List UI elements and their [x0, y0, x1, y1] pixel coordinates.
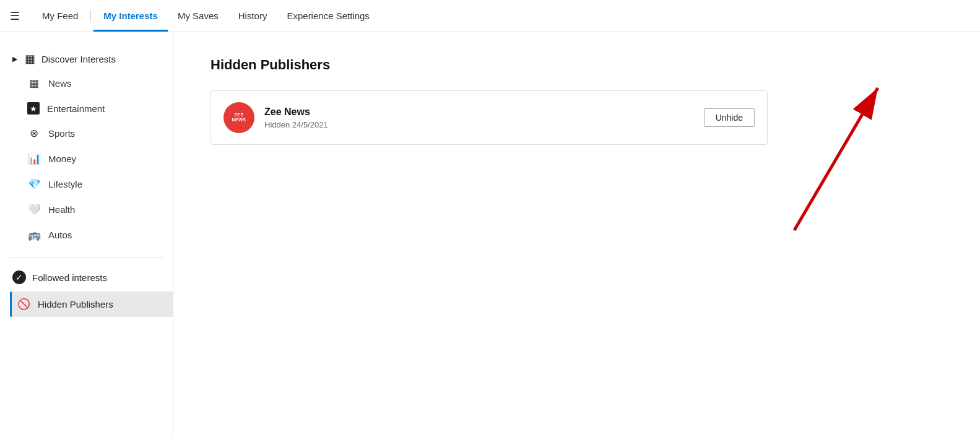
sidebar-item-money-label: Money — [48, 154, 76, 164]
main-layout: ▶ ▦ Discover Interests ▦ News ★ Entertai… — [0, 32, 980, 437]
money-icon: 📊 — [27, 152, 41, 165]
health-icon: 🤍 — [27, 203, 41, 216]
sidebar-item-autos[interactable]: 🚌 Autos — [10, 222, 173, 248]
discover-interests-label: Discover Interests — [41, 54, 116, 64]
main-content: Hidden Publishers ZEENEWS Zee News Hidde… — [173, 32, 980, 437]
nav-items: My Feed My Interests My Saves History Ex… — [32, 0, 379, 32]
sidebar-item-entertainment-label: Entertainment — [47, 103, 105, 114]
zee-news-logo-text: ZEENEWS — [232, 113, 246, 123]
sidebar-item-news[interactable]: ▦ News — [10, 71, 173, 96]
discover-icon: ▦ — [25, 52, 35, 66]
sidebar-item-sports[interactable]: ⊗ Sports — [10, 121, 173, 146]
hidden-publishers-item[interactable]: 🚫 Hidden Publishers — [10, 292, 173, 317]
followed-interests-header[interactable]: ✓ Followed interests — [10, 266, 173, 289]
followed-interests-label: Followed interests — [32, 272, 107, 283]
sidebar-item-money[interactable]: 📊 Money — [10, 146, 173, 171]
followed-icon: ✓ — [12, 270, 26, 284]
lifestyle-icon: 💎 — [27, 178, 41, 191]
sidebar-item-health-label: Health — [48, 204, 75, 215]
discover-arrow-icon: ▶ — [12, 55, 17, 63]
unhide-button[interactable]: Unhide — [704, 108, 755, 127]
publisher-hidden-date: Hidden 24/5/2021 — [264, 120, 694, 129]
publisher-card: ZEENEWS Zee News Hidden 24/5/2021 Unhide — [210, 90, 768, 145]
autos-icon: 🚌 — [27, 228, 41, 241]
sports-icon: ⊗ — [27, 127, 41, 140]
publisher-name: Zee News — [264, 106, 694, 118]
entertainment-icon: ★ — [27, 102, 40, 115]
sidebar-item-autos-label: Autos — [48, 230, 72, 240]
nav-item-my-interests[interactable]: My Interests — [93, 0, 168, 32]
sidebar-discover-section: ▶ ▦ Discover Interests ▦ News ★ Entertai… — [10, 47, 173, 248]
hidden-publishers-label: Hidden Publishers — [38, 299, 113, 309]
nav-item-experience-settings[interactable]: Experience Settings — [277, 0, 379, 32]
sidebar-item-lifestyle-label: Lifestyle — [48, 179, 82, 189]
sidebar-item-sports-label: Sports — [48, 128, 75, 139]
svg-line-1 — [794, 88, 878, 230]
hamburger-menu-icon[interactable]: ☰ — [10, 9, 20, 23]
sidebar-item-lifestyle[interactable]: 💎 Lifestyle — [10, 171, 173, 197]
sidebar-item-entertainment[interactable]: ★ Entertainment — [10, 96, 173, 121]
discover-interests-header[interactable]: ▶ ▦ Discover Interests — [10, 47, 173, 71]
sidebar-item-health[interactable]: 🤍 Health — [10, 197, 173, 222]
nav-item-history[interactable]: History — [228, 0, 277, 32]
news-icon: ▦ — [27, 77, 41, 90]
sidebar-item-news-label: News — [48, 78, 72, 89]
hidden-publishers-icon: 🚫 — [17, 298, 30, 311]
red-arrow-annotation — [770, 69, 906, 244]
sidebar-divider — [10, 257, 163, 258]
top-navigation: ☰ My Feed My Interests My Saves History … — [0, 0, 980, 32]
nav-item-my-saves[interactable]: My Saves — [168, 0, 228, 32]
nav-item-my-feed[interactable]: My Feed — [32, 0, 88, 32]
nav-separator — [90, 10, 91, 22]
page-title: Hidden Publishers — [210, 57, 943, 73]
publisher-logo: ZEENEWS — [223, 102, 254, 133]
sidebar: ▶ ▦ Discover Interests ▦ News ★ Entertai… — [0, 32, 173, 437]
publisher-info: Zee News Hidden 24/5/2021 — [264, 106, 694, 129]
